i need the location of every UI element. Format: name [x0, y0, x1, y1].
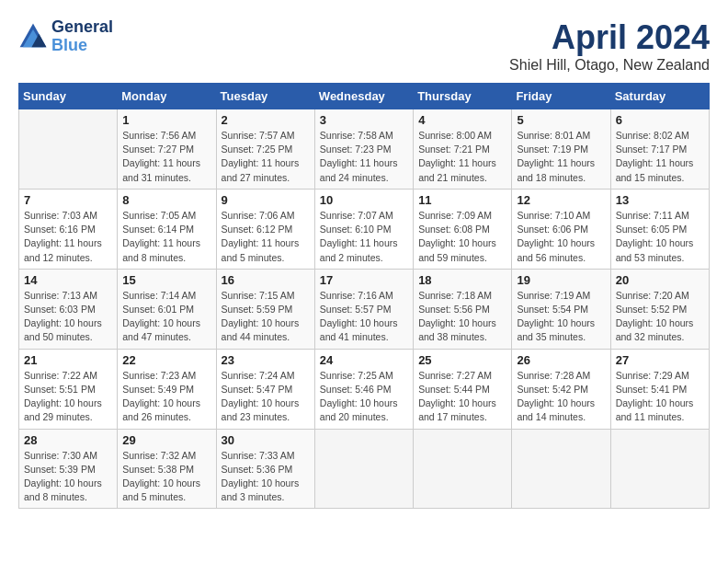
header-cell-sunday: Sunday — [19, 84, 118, 109]
header-cell-saturday: Saturday — [610, 84, 709, 109]
calendar-cell: 26Sunrise: 7:28 AMSunset: 5:42 PMDayligh… — [512, 349, 610, 429]
day-number: 21 — [24, 353, 112, 367]
day-info: Sunrise: 8:00 AMSunset: 7:21 PMDaylight:… — [418, 129, 506, 185]
day-info: Sunrise: 7:05 AMSunset: 6:14 PMDaylight:… — [122, 209, 210, 265]
logo: General Blue — [18, 18, 113, 55]
calendar-cell: 9Sunrise: 7:06 AMSunset: 6:12 PMDaylight… — [216, 189, 314, 269]
calendar-cell: 18Sunrise: 7:18 AMSunset: 5:56 PMDayligh… — [414, 269, 512, 349]
day-info: Sunrise: 7:22 AMSunset: 5:51 PMDaylight:… — [24, 369, 112, 425]
calendar-cell: 19Sunrise: 7:19 AMSunset: 5:54 PMDayligh… — [512, 269, 610, 349]
header-cell-friday: Friday — [512, 84, 610, 109]
header-row: SundayMondayTuesdayWednesdayThursdayFrid… — [19, 84, 710, 109]
logo-line1: General — [51, 18, 113, 37]
calendar-cell: 5Sunrise: 8:01 AMSunset: 7:19 PMDaylight… — [512, 109, 610, 190]
calendar-title: April 2024 — [509, 18, 710, 57]
day-info: Sunrise: 7:14 AMSunset: 6:01 PMDaylight:… — [122, 289, 210, 345]
calendar-cell — [610, 429, 709, 509]
day-info: Sunrise: 7:18 AMSunset: 5:56 PMDaylight:… — [418, 289, 506, 345]
header-cell-monday: Monday — [118, 84, 216, 109]
logo-line2: Blue — [51, 37, 113, 55]
calendar-cell: 29Sunrise: 7:32 AMSunset: 5:38 PMDayligh… — [118, 429, 216, 509]
header-cell-tuesday: Tuesday — [216, 84, 314, 109]
day-info: Sunrise: 7:56 AMSunset: 7:27 PMDaylight:… — [122, 129, 210, 185]
calendar-cell: 17Sunrise: 7:16 AMSunset: 5:57 PMDayligh… — [314, 269, 413, 349]
calendar-cell: 28Sunrise: 7:30 AMSunset: 5:39 PMDayligh… — [19, 429, 118, 509]
day-info: Sunrise: 7:33 AMSunset: 5:36 PMDaylight:… — [222, 449, 310, 505]
calendar-cell: 11Sunrise: 7:09 AMSunset: 6:08 PMDayligh… — [414, 189, 512, 269]
day-number: 12 — [517, 193, 605, 207]
calendar-subtitle: Shiel Hill, Otago, New Zealand — [509, 57, 710, 74]
day-number: 2 — [222, 113, 310, 127]
day-info: Sunrise: 7:06 AMSunset: 6:12 PMDaylight:… — [222, 209, 310, 265]
calendar-cell: 6Sunrise: 8:02 AMSunset: 7:17 PMDaylight… — [610, 109, 709, 190]
calendar-cell: 22Sunrise: 7:23 AMSunset: 5:49 PMDayligh… — [118, 349, 216, 429]
day-info: Sunrise: 7:32 AMSunset: 5:38 PMDaylight:… — [122, 449, 210, 505]
day-number: 26 — [517, 353, 605, 367]
calendar-week-1: 1Sunrise: 7:56 AMSunset: 7:27 PMDaylight… — [19, 109, 710, 190]
day-info: Sunrise: 7:30 AMSunset: 5:39 PMDaylight:… — [24, 449, 112, 505]
calendar-body: 1Sunrise: 7:56 AMSunset: 7:27 PMDaylight… — [19, 109, 710, 509]
calendar-table: SundayMondayTuesdayWednesdayThursdayFrid… — [18, 83, 710, 509]
day-number: 4 — [418, 113, 506, 127]
calendar-cell: 27Sunrise: 7:29 AMSunset: 5:41 PMDayligh… — [610, 349, 709, 429]
day-info: Sunrise: 7:57 AMSunset: 7:25 PMDaylight:… — [222, 129, 310, 185]
day-info: Sunrise: 7:20 AMSunset: 5:52 PMDaylight:… — [616, 289, 704, 345]
day-number: 23 — [222, 353, 310, 367]
calendar-week-4: 21Sunrise: 7:22 AMSunset: 5:51 PMDayligh… — [19, 349, 710, 429]
day-number: 27 — [616, 353, 704, 367]
calendar-cell — [19, 109, 118, 190]
calendar-cell: 25Sunrise: 7:27 AMSunset: 5:44 PMDayligh… — [414, 349, 512, 429]
day-number: 10 — [320, 193, 408, 207]
day-number: 1 — [122, 113, 210, 127]
calendar-cell: 16Sunrise: 7:15 AMSunset: 5:59 PMDayligh… — [216, 269, 314, 349]
day-info: Sunrise: 7:13 AMSunset: 6:03 PMDaylight:… — [24, 289, 112, 345]
day-info: Sunrise: 8:01 AMSunset: 7:19 PMDaylight:… — [517, 129, 605, 185]
calendar-cell: 15Sunrise: 7:14 AMSunset: 6:01 PMDayligh… — [118, 269, 216, 349]
day-info: Sunrise: 7:28 AMSunset: 5:42 PMDaylight:… — [517, 369, 605, 425]
day-number: 22 — [122, 353, 210, 367]
day-info: Sunrise: 7:11 AMSunset: 6:05 PMDaylight:… — [616, 209, 704, 265]
day-number: 9 — [222, 193, 310, 207]
day-info: Sunrise: 7:27 AMSunset: 5:44 PMDaylight:… — [418, 369, 506, 425]
day-number: 14 — [24, 273, 112, 287]
day-info: Sunrise: 7:16 AMSunset: 5:57 PMDaylight:… — [320, 289, 408, 345]
day-info: Sunrise: 7:29 AMSunset: 5:41 PMDaylight:… — [616, 369, 704, 425]
day-info: Sunrise: 7:10 AMSunset: 6:06 PMDaylight:… — [517, 209, 605, 265]
header-cell-wednesday: Wednesday — [314, 84, 413, 109]
calendar-cell: 1Sunrise: 7:56 AMSunset: 7:27 PMDaylight… — [118, 109, 216, 190]
day-number: 11 — [418, 193, 506, 207]
day-number: 24 — [320, 353, 408, 367]
day-number: 20 — [616, 273, 704, 287]
day-number: 18 — [418, 273, 506, 287]
calendar-cell: 12Sunrise: 7:10 AMSunset: 6:06 PMDayligh… — [512, 189, 610, 269]
calendar-cell: 14Sunrise: 7:13 AMSunset: 6:03 PMDayligh… — [19, 269, 118, 349]
day-number: 7 — [24, 193, 112, 207]
day-info: Sunrise: 7:15 AMSunset: 5:59 PMDaylight:… — [222, 289, 310, 345]
day-info: Sunrise: 7:07 AMSunset: 6:10 PMDaylight:… — [320, 209, 408, 265]
header-cell-thursday: Thursday — [414, 84, 512, 109]
calendar-cell: 20Sunrise: 7:20 AMSunset: 5:52 PMDayligh… — [610, 269, 709, 349]
calendar-cell: 24Sunrise: 7:25 AMSunset: 5:46 PMDayligh… — [314, 349, 413, 429]
calendar-cell: 30Sunrise: 7:33 AMSunset: 5:36 PMDayligh… — [216, 429, 314, 509]
day-number: 5 — [517, 113, 605, 127]
calendar-cell: 13Sunrise: 7:11 AMSunset: 6:05 PMDayligh… — [610, 189, 709, 269]
calendar-cell: 7Sunrise: 7:03 AMSunset: 6:16 PMDaylight… — [19, 189, 118, 269]
day-number: 3 — [320, 113, 408, 127]
day-info: Sunrise: 7:58 AMSunset: 7:23 PMDaylight:… — [320, 129, 408, 185]
day-number: 6 — [616, 113, 704, 127]
calendar-cell: 21Sunrise: 7:22 AMSunset: 5:51 PMDayligh… — [19, 349, 118, 429]
page-header: General Blue April 2024 Shiel Hill, Otag… — [18, 18, 710, 74]
day-info: Sunrise: 8:02 AMSunset: 7:17 PMDaylight:… — [616, 129, 704, 185]
calendar-week-3: 14Sunrise: 7:13 AMSunset: 6:03 PMDayligh… — [19, 269, 710, 349]
calendar-cell: 3Sunrise: 7:58 AMSunset: 7:23 PMDaylight… — [314, 109, 413, 190]
calendar-cell — [314, 429, 413, 509]
calendar-cell: 23Sunrise: 7:24 AMSunset: 5:47 PMDayligh… — [216, 349, 314, 429]
day-number: 25 — [418, 353, 506, 367]
calendar-cell — [512, 429, 610, 509]
day-number: 19 — [517, 273, 605, 287]
day-info: Sunrise: 7:03 AMSunset: 6:16 PMDaylight:… — [24, 209, 112, 265]
day-info: Sunrise: 7:25 AMSunset: 5:46 PMDaylight:… — [320, 369, 408, 425]
day-number: 30 — [222, 433, 310, 447]
day-number: 17 — [320, 273, 408, 287]
calendar-cell: 8Sunrise: 7:05 AMSunset: 6:14 PMDaylight… — [118, 189, 216, 269]
